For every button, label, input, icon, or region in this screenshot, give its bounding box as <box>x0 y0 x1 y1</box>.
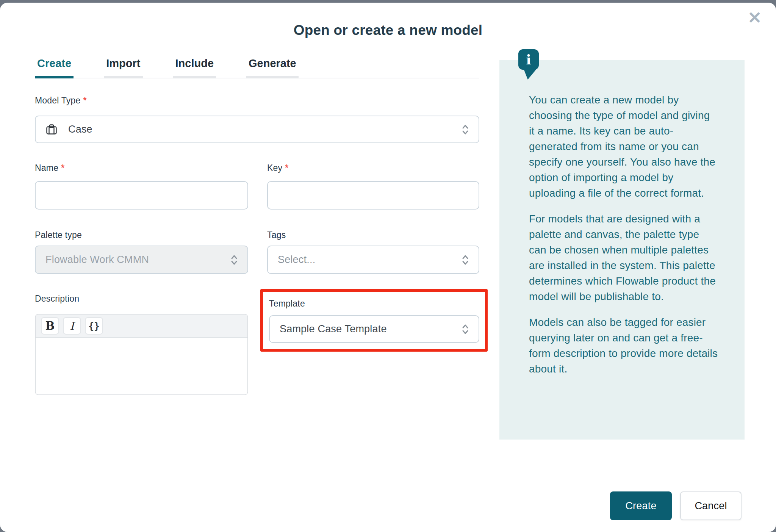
code-button[interactable]: {} <box>85 317 103 335</box>
dialog-title: Open or create a new model <box>0 22 776 38</box>
updown-chevron-icon <box>461 254 469 266</box>
key-input[interactable] <box>267 181 479 210</box>
updown-chevron-icon <box>461 323 469 335</box>
info-paragraph: Models can also be tagged for easier que… <box>529 315 718 377</box>
tab-import[interactable]: Import <box>104 57 142 78</box>
template-label: Template <box>269 299 305 309</box>
tab-label: Import <box>106 57 140 69</box>
tab-label: Generate <box>249 57 296 69</box>
name-label: Name* <box>35 163 64 173</box>
key-label: Key* <box>267 163 288 173</box>
template-value: Sample Case Template <box>280 323 387 335</box>
tab-generate[interactable]: Generate <box>246 57 299 78</box>
info-panel: You can create a new model by choosing t… <box>499 60 745 440</box>
tags-label: Tags <box>267 230 286 240</box>
cancel-button[interactable]: Cancel <box>680 491 742 520</box>
tab-create[interactable]: Create <box>35 57 74 78</box>
label-text: Model Type <box>35 95 80 105</box>
info-paragraph: You can create a new model by choosing t… <box>529 92 718 201</box>
tab-include[interactable]: Include <box>173 57 216 78</box>
bold-button[interactable]: B <box>41 317 59 335</box>
required-asterisk: * <box>285 163 288 173</box>
create-button[interactable]: Create <box>610 491 672 520</box>
description-editor: B I {} <box>35 314 248 395</box>
description-toolbar: B I {} <box>36 315 247 338</box>
description-label: Description <box>35 294 79 304</box>
briefcase-icon <box>45 124 58 136</box>
tab-label: Include <box>175 57 214 69</box>
tab-bar: Create Import Include Generate <box>35 51 479 78</box>
required-asterisk: * <box>61 163 64 173</box>
italic-button[interactable]: I <box>63 317 81 335</box>
description-textarea[interactable] <box>36 338 247 395</box>
tags-select[interactable]: Select... <box>267 246 479 274</box>
palette-type-value: Flowable Work CMMN <box>45 254 149 266</box>
info-icon: i <box>518 49 539 70</box>
updown-chevron-icon <box>461 124 469 136</box>
model-type-select[interactable]: Case <box>35 116 479 143</box>
tab-label: Create <box>37 57 71 69</box>
label-text: Key <box>267 163 282 173</box>
name-input[interactable] <box>35 181 248 210</box>
info-paragraph: For models that are designed with a pale… <box>529 211 718 304</box>
palette-type-select: Flowable Work CMMN <box>35 246 248 274</box>
template-select[interactable]: Sample Case Template <box>269 315 479 343</box>
updown-chevron-icon <box>230 254 238 266</box>
required-asterisk: * <box>83 95 86 105</box>
model-type-value: Case <box>68 124 92 135</box>
model-type-label: Model Type* <box>35 95 87 106</box>
palette-type-label: Palette type <box>35 230 82 240</box>
label-text: Name <box>35 163 58 173</box>
create-model-dialog: ✕ Open or create a new model Create Impo… <box>0 3 776 532</box>
tags-placeholder: Select... <box>278 254 315 266</box>
page-backdrop: { "modal": { "title": "Open or create a … <box>0 0 776 532</box>
